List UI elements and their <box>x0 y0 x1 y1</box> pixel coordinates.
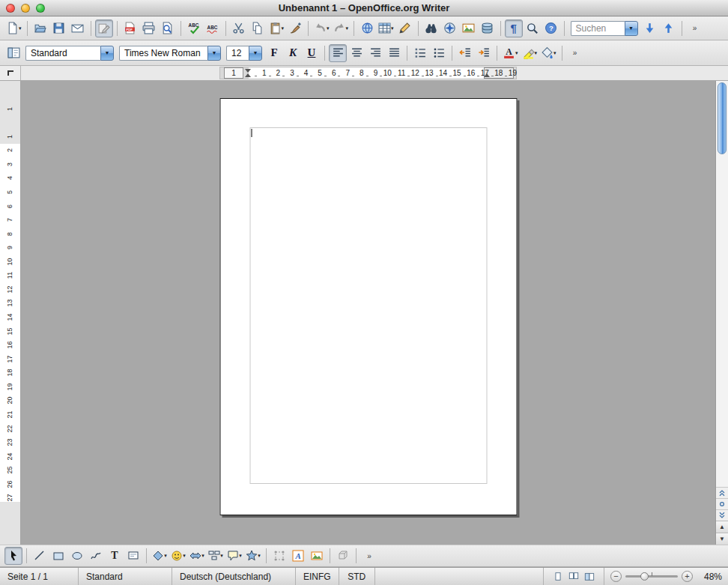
horizontal-ruler[interactable]: 1 12345678910111213141516171819 <box>219 67 517 79</box>
document-page[interactable] <box>219 98 517 515</box>
hyperlink-button[interactable] <box>358 19 376 37</box>
fontwork-gallery-button[interactable]: A <box>289 547 307 565</box>
document-canvas[interactable] <box>21 81 715 545</box>
zoom-button[interactable] <box>524 19 542 37</box>
decrease-indent-button[interactable] <box>456 44 474 62</box>
font-size-dropdown-button[interactable]: ▼ <box>249 46 262 61</box>
select-tool-button[interactable] <box>4 547 22 565</box>
symbol-shapes-dropdown-icon[interactable]: ▾ <box>183 547 186 565</box>
table-dropdown-icon[interactable]: ▾ <box>391 19 394 37</box>
font-size-value[interactable]: 12 <box>226 46 249 61</box>
vertical-ruler[interactable]: 1123456789101112131415161718192021222324… <box>0 81 21 545</box>
show-draw-functions-button[interactable] <box>396 19 414 37</box>
insert-table-button[interactable]: ▾ <box>377 19 395 37</box>
font-color-button[interactable]: A ▾ <box>501 44 520 62</box>
font-name-dropdown-button[interactable]: ▼ <box>207 46 221 61</box>
vertical-scrollbar[interactable]: ▲ ▼ <box>715 81 728 545</box>
language-cell[interactable]: Deutsch (Deutschland) <box>172 568 296 585</box>
zoom-percentage[interactable]: 48% <box>697 572 722 582</box>
insert-mode-cell[interactable]: EINFG <box>296 568 339 585</box>
zoom-window-button[interactable] <box>36 4 45 13</box>
single-page-view-button[interactable] <box>551 570 565 584</box>
bold-button[interactable]: F <box>265 44 283 62</box>
format-paintbrush-button[interactable] <box>286 19 304 37</box>
edit-file-button[interactable] <box>95 19 113 37</box>
zoom-out-button[interactable]: − <box>610 571 622 582</box>
callouts-dropdown-icon[interactable]: ▾ <box>239 547 242 565</box>
toolbar-overflow-button[interactable]: » <box>360 547 378 565</box>
tab-stop-selector[interactable] <box>0 66 21 80</box>
title-bar[interactable]: Unbenannt 1 – OpenOffice.org Writer <box>0 0 728 16</box>
styles-window-button[interactable] <box>4 44 22 62</box>
font-size-combobox[interactable]: 12 ▼ <box>226 46 262 61</box>
search-dropdown-button[interactable]: ▼ <box>625 21 638 36</box>
freeform-line-tool-button[interactable] <box>87 547 105 565</box>
paragraph-style-combobox[interactable]: Standard ▼ <box>25 46 114 61</box>
open-button[interactable] <box>31 19 49 37</box>
scroll-down-button[interactable]: ▼ <box>716 533 728 545</box>
extrusion-toggle-button[interactable] <box>334 547 352 565</box>
data-sources-button[interactable] <box>479 19 497 37</box>
font-name-combobox[interactable]: Times New Roman ▼ <box>119 46 221 61</box>
line-tool-button[interactable] <box>31 547 49 565</box>
find-next-button[interactable] <box>641 19 659 37</box>
first-line-indent-marker[interactable] <box>245 69 251 73</box>
page-preview-button[interactable] <box>159 19 177 37</box>
align-left-button[interactable] <box>329 44 347 62</box>
search-input[interactable]: Suchen <box>571 21 625 36</box>
vertical-scrollbar-thumb[interactable] <box>718 82 727 154</box>
undo-button[interactable]: ▾ <box>312 19 331 37</box>
close-window-button[interactable] <box>6 4 15 13</box>
cut-button[interactable] <box>230 19 248 37</box>
symbol-shapes-button[interactable]: ▾ <box>169 547 187 565</box>
print-button[interactable] <box>140 19 158 37</box>
block-arrows-dropdown-icon[interactable]: ▾ <box>201 547 204 565</box>
save-button[interactable] <box>50 19 68 37</box>
left-indent-marker[interactable] <box>245 73 251 77</box>
text-boundaries[interactable] <box>249 127 487 484</box>
new-document-dropdown-icon[interactable]: ▾ <box>19 19 22 37</box>
search-combobox[interactable]: Suchen ▼ <box>571 21 638 36</box>
block-arrows-button[interactable]: ▾ <box>188 547 206 565</box>
toolbar-overflow-button[interactable]: » <box>566 44 584 62</box>
flowchart-dropdown-icon[interactable]: ▾ <box>220 547 223 565</box>
highlighting-dropdown-icon[interactable]: ▾ <box>535 44 538 62</box>
multi-page-view-button[interactable] <box>567 570 580 584</box>
font-name-value[interactable]: Times New Roman <box>119 46 207 61</box>
rectangle-tool-button[interactable] <box>49 547 67 565</box>
bullet-list-button[interactable] <box>430 44 448 62</box>
ellipse-tool-button[interactable] <box>68 547 86 565</box>
formatting-marks-button[interactable]: ¶ <box>505 19 523 37</box>
page-number-cell[interactable]: Seite 1 / 1 <box>0 568 79 585</box>
auto-spellcheck-button[interactable]: ABC <box>204 19 222 37</box>
flowchart-button[interactable]: ▾ <box>207 547 225 565</box>
undo-dropdown-icon[interactable]: ▾ <box>327 19 330 37</box>
gallery-button[interactable] <box>460 19 478 37</box>
previous-page-button[interactable] <box>716 487 728 498</box>
find-previous-button[interactable] <box>660 19 678 37</box>
highlighting-button[interactable]: ▾ <box>521 44 539 62</box>
scroll-up-button[interactable]: ▲ <box>716 521 728 533</box>
next-page-button[interactable] <box>716 509 728 521</box>
align-right-button[interactable] <box>366 44 384 62</box>
right-indent-marker[interactable] <box>484 73 490 77</box>
paste-button[interactable]: ▾ <box>267 19 286 37</box>
background-color-dropdown-icon[interactable]: ▾ <box>553 44 556 62</box>
align-justify-button[interactable] <box>385 44 403 62</box>
edit-points-button[interactable] <box>270 547 288 565</box>
redo-button[interactable]: ▾ <box>332 19 351 37</box>
new-document-button[interactable]: ▾ <box>4 19 23 37</box>
copy-button[interactable] <box>249 19 267 37</box>
insert-picture-button[interactable] <box>308 547 326 565</box>
font-color-dropdown-icon[interactable]: ▾ <box>515 44 518 62</box>
text-tool-button[interactable]: T <box>106 547 124 565</box>
zoom-slider[interactable] <box>625 575 678 578</box>
paste-dropdown-icon[interactable]: ▾ <box>282 19 285 37</box>
background-color-button[interactable]: ▾ <box>539 44 558 62</box>
zoom-slider-thumb[interactable] <box>640 572 649 581</box>
underline-button[interactable]: U <box>303 44 321 62</box>
zoom-in-button[interactable]: + <box>682 571 693 582</box>
export-pdf-button[interactable]: PDF <box>121 19 139 37</box>
minimize-window-button[interactable] <box>21 4 30 13</box>
numbered-list-button[interactable] <box>411 44 429 62</box>
